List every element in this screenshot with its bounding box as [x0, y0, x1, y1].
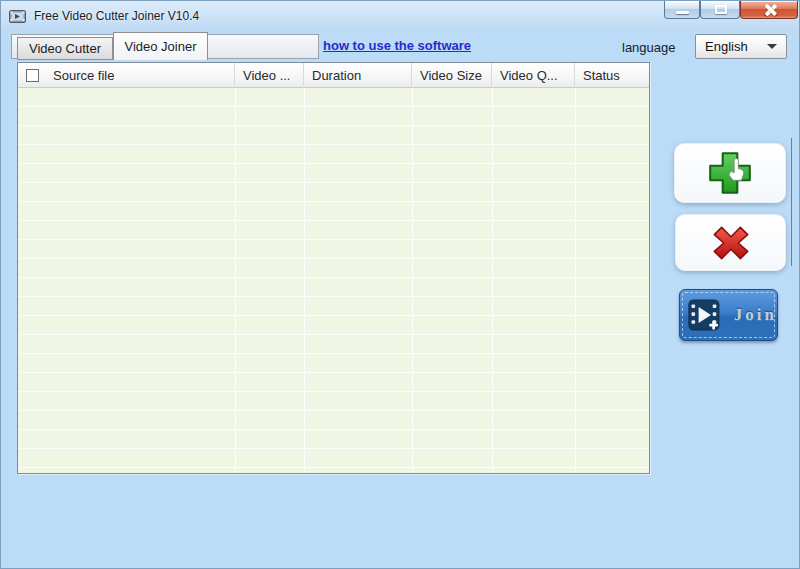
maximize-icon — [715, 5, 727, 14]
table-header: Source fileVideo ...DurationVideo SizeVi… — [18, 63, 649, 88]
column-header-duration[interactable]: Duration — [304, 63, 412, 88]
close-button[interactable] — [740, 1, 798, 19]
file-list-panel: Source fileVideo ...DurationVideo SizeVi… — [17, 62, 650, 474]
column-header-video-size[interactable]: Video Size — [412, 63, 492, 88]
column-grid-line — [575, 88, 576, 473]
table-body[interactable] — [18, 88, 649, 473]
column-header-video-q[interactable]: Video Q... — [492, 63, 575, 88]
window-controls — [664, 1, 798, 19]
window-title: Free Video Cutter Joiner V10.4 — [34, 9, 199, 23]
column-label: Video Size — [420, 68, 482, 83]
app-icon — [9, 8, 27, 24]
film-join-icon — [688, 297, 720, 333]
column-grid-line — [304, 88, 305, 473]
column-header-video[interactable]: Video ... — [235, 63, 304, 88]
tab-label: Video Joiner — [124, 39, 196, 54]
chevron-down-icon — [767, 44, 777, 49]
column-label: Source file — [53, 68, 114, 83]
column-header-status[interactable]: Status — [575, 63, 649, 88]
help-link[interactable]: how to use the software — [323, 38, 471, 53]
app-window: Free Video Cutter Joiner V10.4 Video Cut… — [0, 0, 800, 569]
column-header-source-file[interactable]: Source file — [18, 63, 235, 88]
column-grid-line — [412, 88, 413, 473]
column-grid-line — [235, 88, 236, 473]
column-label: Video Q... — [500, 68, 558, 83]
title-bar: Free Video Cutter Joiner V10.4 — [1, 1, 800, 31]
add-files-button[interactable] — [674, 143, 786, 203]
maximize-button[interactable] — [700, 1, 740, 19]
tab-label: Video Cutter — [29, 41, 101, 56]
close-icon — [764, 4, 776, 16]
green-plus-icon — [705, 148, 755, 198]
column-label: Status — [583, 68, 620, 83]
minimize-button[interactable] — [664, 1, 700, 19]
column-grid-line — [492, 88, 493, 473]
tab-video-cutter[interactable]: Video Cutter — [17, 37, 113, 60]
language-selected-value: English — [705, 39, 767, 54]
red-cross-icon — [706, 220, 756, 266]
vertical-divider-line — [791, 138, 792, 266]
join-button[interactable]: Join — [679, 289, 778, 341]
join-button-label: Join — [734, 305, 777, 325]
minimize-icon — [676, 11, 689, 14]
language-label: language — [622, 40, 676, 55]
language-dropdown[interactable]: English — [695, 34, 787, 59]
select-all-checkbox[interactable] — [26, 69, 39, 82]
column-label: Video ... — [243, 68, 290, 83]
column-label: Duration — [312, 68, 361, 83]
tab-video-joiner[interactable]: Video Joiner — [113, 32, 208, 60]
remove-files-button[interactable] — [675, 214, 786, 271]
